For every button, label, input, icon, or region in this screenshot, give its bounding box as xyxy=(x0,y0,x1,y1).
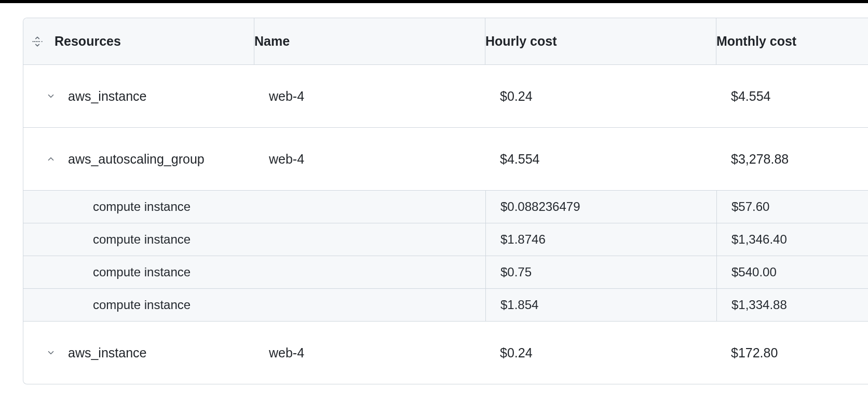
resource-cell: aws_instance xyxy=(23,322,254,384)
sub-monthly-cost: $540.00 xyxy=(731,265,777,279)
chevron-down-icon[interactable] xyxy=(37,348,65,357)
cost-table: Resources Name Hourly cost Monthly cost … xyxy=(23,18,868,384)
table-row: aws_instanceweb-4$0.24$4.554 xyxy=(23,65,868,128)
monthly-cell: $172.80 xyxy=(716,322,868,384)
sub-monthly-cell: $540.00 xyxy=(716,256,868,288)
sub-hourly-cost: $0.088236479 xyxy=(500,199,580,214)
table-header-row: Resources Name Hourly cost Monthly cost xyxy=(23,18,868,65)
header-resources[interactable]: Resources xyxy=(23,18,254,64)
sub-hourly-cell: $0.75 xyxy=(485,256,716,288)
sub-hourly-cost: $1.8746 xyxy=(500,232,546,247)
sort-icon[interactable] xyxy=(23,35,51,48)
sub-hourly-cost: $1.854 xyxy=(500,298,538,312)
header-name[interactable]: Name xyxy=(254,18,485,64)
table-subrow: compute instance$0.088236479$57.60 xyxy=(23,191,868,223)
monthly-cost: $4.554 xyxy=(731,89,770,104)
hourly-cell: $4.554 xyxy=(485,128,716,190)
table-subrow: compute instance$1.854$1,334.88 xyxy=(23,289,868,322)
monthly-cell: $3,278.88 xyxy=(716,128,868,190)
header-monthly[interactable]: Monthly cost xyxy=(716,18,868,64)
monthly-cell: $4.554 xyxy=(716,65,868,127)
svg-point-0 xyxy=(32,41,33,42)
sub-monthly-cost: $1,334.88 xyxy=(731,298,787,312)
hourly-cost: $0.24 xyxy=(500,89,533,104)
sub-resource-cell: compute instance xyxy=(23,223,254,256)
name-cell: web-4 xyxy=(254,128,485,190)
name-cell: web-4 xyxy=(254,65,485,127)
monthly-cost: $172.80 xyxy=(731,345,778,360)
table-subrow: compute instance$0.75$540.00 xyxy=(23,256,868,289)
resource-name: web-4 xyxy=(269,152,304,167)
sub-resource-type: compute instance xyxy=(93,298,191,312)
resource-name: web-4 xyxy=(269,345,304,360)
header-resources-label: Resources xyxy=(51,34,121,49)
table-row: aws_autoscaling_groupweb-4$4.554$3,278.8… xyxy=(23,128,868,191)
resource-cell: aws_instance xyxy=(23,65,254,127)
header-hourly-label: Hourly cost xyxy=(485,34,557,49)
resource-name: web-4 xyxy=(269,89,304,104)
header-hourly[interactable]: Hourly cost xyxy=(485,18,716,64)
sub-resource-cell: compute instance xyxy=(23,289,254,321)
hourly-cell: $0.24 xyxy=(485,322,716,384)
sub-name-cell xyxy=(254,191,485,223)
chevron-down-icon[interactable] xyxy=(37,91,65,101)
svg-point-1 xyxy=(42,41,43,42)
sub-hourly-cost: $0.75 xyxy=(500,265,532,279)
name-cell: web-4 xyxy=(254,322,485,384)
sub-monthly-cell: $1,334.88 xyxy=(716,289,868,321)
sub-resource-type: compute instance xyxy=(93,232,191,247)
sub-monthly-cell: $1,346.40 xyxy=(716,223,868,256)
sub-hourly-cell: $1.8746 xyxy=(485,223,716,256)
header-name-label: Name xyxy=(254,34,290,49)
hourly-cost: $4.554 xyxy=(500,152,539,167)
resource-type: aws_instance xyxy=(65,345,146,360)
table-row: aws_instanceweb-4$0.24$172.80 xyxy=(23,322,868,384)
sub-resource-cell: compute instance xyxy=(23,256,254,288)
resource-cell: aws_autoscaling_group xyxy=(23,128,254,190)
sub-monthly-cost: $1,346.40 xyxy=(731,232,787,247)
table-subrow: compute instance$1.8746$1,346.40 xyxy=(23,223,868,256)
header-monthly-label: Monthly cost xyxy=(716,34,796,49)
chevron-up-icon[interactable] xyxy=(37,154,65,164)
sub-monthly-cost: $57.60 xyxy=(731,199,769,214)
hourly-cost: $0.24 xyxy=(500,345,533,360)
sub-resource-type: compute instance xyxy=(93,265,191,279)
sub-name-cell xyxy=(254,223,485,256)
monthly-cost: $3,278.88 xyxy=(731,152,789,167)
sub-name-cell xyxy=(254,256,485,288)
sub-hourly-cell: $0.088236479 xyxy=(485,191,716,223)
resource-type: aws_instance xyxy=(65,89,146,104)
sub-monthly-cell: $57.60 xyxy=(716,191,868,223)
sub-resource-type: compute instance xyxy=(93,199,191,214)
resource-type: aws_autoscaling_group xyxy=(65,152,205,167)
hourly-cell: $0.24 xyxy=(485,65,716,127)
sub-resource-cell: compute instance xyxy=(23,191,254,223)
sub-hourly-cell: $1.854 xyxy=(485,289,716,321)
sub-name-cell xyxy=(254,289,485,321)
